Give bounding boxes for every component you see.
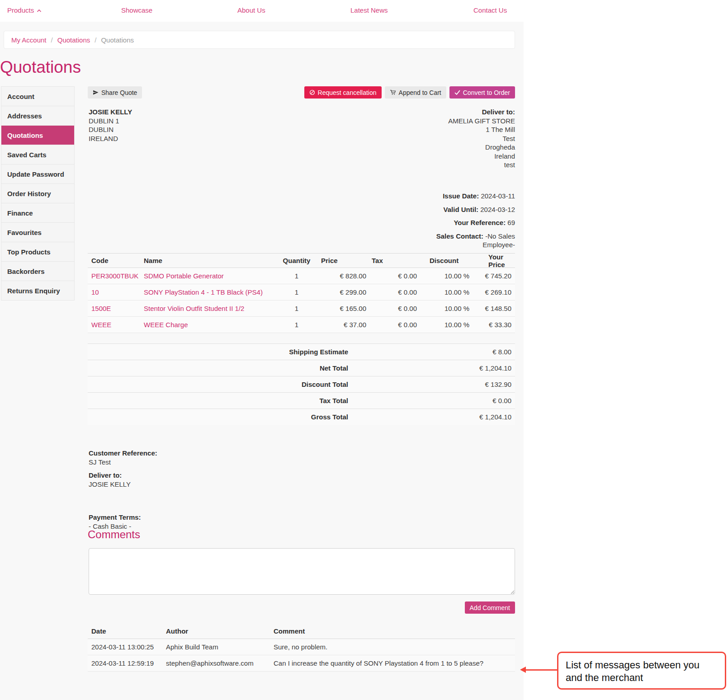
valid-until-label: Valid Until:	[444, 206, 479, 213]
add-comment-label: Add Comment	[470, 604, 510, 611]
comment-text: Can I increase the quantity of SONY Play…	[274, 659, 515, 667]
delivery-line: test	[448, 160, 515, 169]
nav-products[interactable]: Products	[7, 6, 42, 14]
item-code-link[interactable]: WEEE	[91, 321, 111, 329]
comment-row: 2024-03-11 13:00:25 Aphix Build Team Sur…	[88, 639, 515, 655]
breadcrumb-current: Quotations	[101, 36, 134, 44]
total-value: € 132.90	[348, 381, 515, 388]
comment-date: 2024-03-11 12:59:19	[88, 659, 166, 667]
item-discount: 10.00 %	[417, 272, 469, 280]
item-discount: 10.00 %	[417, 305, 469, 312]
sidebar-item-finance[interactable]: Finance	[1, 203, 74, 223]
sidebar-item-order-history[interactable]: Order History	[1, 184, 74, 203]
nav-about-us[interactable]: About Us	[237, 6, 265, 14]
billing-address: JOSIE KELLY DUBLIN 1 DUBLIN IRELAND	[89, 108, 132, 143]
item-row: PER3000TBUK SDMO Portable Generator 1 € …	[88, 268, 515, 284]
item-tax: € 0.00	[366, 272, 417, 280]
item-your-price: € 33.30	[469, 321, 515, 329]
cart-icon	[390, 89, 396, 95]
request-cancellation-button[interactable]: Request cancellation	[304, 86, 382, 99]
quotation-detail: Share Quote Request cancellation Append …	[88, 86, 515, 694]
sales-contact-label: Sales Contact:	[436, 232, 483, 240]
col-date: Date	[88, 627, 166, 635]
breadcrumb-separator: /	[51, 36, 53, 44]
col-code: Code	[88, 257, 144, 264]
deliver-to-summary: Deliver to: JOSIE KELLY	[89, 471, 131, 489]
total-row-net: Net Total € 1,204.10	[88, 360, 515, 376]
col-discount: Discount	[417, 257, 469, 264]
item-code-link[interactable]: 10	[91, 288, 99, 296]
sidebar-item-account[interactable]: Account	[1, 87, 74, 106]
item-quantity: 1	[278, 305, 316, 312]
share-quote-button[interactable]: Share Quote	[88, 86, 142, 99]
item-discount: 10.00 %	[417, 288, 469, 296]
breadcrumb-quotations[interactable]: Quotations	[57, 36, 90, 44]
payment-terms-label: Payment Terms:	[89, 513, 141, 522]
nav-latest-news[interactable]: Latest News	[350, 6, 388, 14]
sidebar-item-saved-carts[interactable]: Saved Carts	[1, 145, 74, 164]
add-comment-button[interactable]: Add Comment	[465, 601, 515, 614]
nav-contact-us[interactable]: Contact Us	[473, 6, 507, 14]
billing-line: DUBLIN 1	[89, 117, 132, 126]
col-price: Price	[316, 257, 366, 264]
valid-until-value: 2024-03-12	[480, 206, 515, 213]
issue-date-label: Issue Date:	[443, 192, 479, 200]
sidebar-item-favourites[interactable]: Favourites	[1, 223, 74, 242]
convert-to-order-button[interactable]: Convert to Order	[449, 86, 515, 99]
total-value: € 0.00	[348, 397, 515, 404]
your-reference-label: Your Reference:	[454, 219, 506, 226]
billing-line: DUBLIN	[89, 125, 132, 134]
item-price: € 299.00	[316, 288, 366, 296]
item-code-link[interactable]: PER3000TBUK	[91, 272, 138, 280]
comment-text: Sure, no problem.	[274, 643, 515, 651]
account-sidebar: Account Addresses Quotations Saved Carts…	[1, 86, 75, 301]
item-name-link[interactable]: SDMO Portable Generator	[144, 272, 224, 280]
append-to-cart-button[interactable]: Append to Cart	[385, 86, 446, 99]
annotation-callout: List of messages between you and the mer…	[557, 652, 726, 690]
quotation-page: Products Showcase About Us Latest News C…	[0, 0, 728, 700]
sidebar-item-addresses[interactable]: Addresses	[1, 106, 74, 126]
total-value: € 8.00	[348, 348, 515, 356]
item-name-link[interactable]: WEEE Charge	[144, 321, 188, 329]
item-price: € 828.00	[316, 272, 366, 280]
col-quantity: Quantity	[278, 257, 316, 264]
col-name: Name	[144, 257, 278, 264]
send-icon	[93, 89, 99, 95]
customer-reference: Customer Reference: SJ Test	[89, 449, 157, 467]
item-name-link[interactable]: SONY PlayStation 4 - 1 TB Black (PS4)	[144, 288, 263, 296]
col-your-price: Your Price	[469, 253, 515, 268]
request-cancellation-label: Request cancellation	[318, 89, 377, 96]
top-nav: Products Showcase About Us Latest News C…	[0, 0, 728, 22]
your-reference-value: 69	[507, 219, 515, 226]
quote-meta: Issue Date: 2024-03-11 Valid Until: 2024…	[434, 192, 515, 254]
valid-until: Valid Until: 2024-03-12	[434, 205, 515, 214]
convert-to-order-label: Convert to Order	[463, 89, 510, 96]
breadcrumb-my-account[interactable]: My Account	[11, 36, 47, 44]
your-reference: Your Reference: 69	[434, 218, 515, 227]
total-label: Gross Total	[88, 413, 348, 421]
col-author: Author	[166, 627, 274, 635]
item-tax: € 0.00	[366, 321, 417, 329]
item-row: 10 SONY PlayStation 4 - 1 TB Black (PS4)…	[88, 284, 515, 301]
delivery-line: Ireland	[448, 152, 515, 161]
sidebar-item-quotations[interactable]: Quotations	[1, 126, 74, 145]
comments-title: Comments	[88, 528, 140, 541]
sidebar-item-returns-enquiry[interactable]: Returns Enquiry	[1, 281, 74, 301]
item-row: 1500E Stentor Violin Outfit Student II 1…	[88, 301, 515, 317]
billing-line: IRELAND	[89, 134, 132, 143]
comment-author: Aphix Build Team	[166, 643, 274, 651]
nav-showcase[interactable]: Showcase	[121, 6, 152, 14]
item-discount: 10.00 %	[417, 321, 469, 329]
sidebar-item-backorders[interactable]: Backorders	[1, 262, 74, 281]
total-row-discount: Discount Total € 132.90	[88, 376, 515, 392]
annotation-arrow-icon	[520, 667, 526, 673]
item-your-price: € 269.10	[469, 288, 515, 296]
check-icon	[454, 90, 460, 95]
comment-row: 2024-03-11 12:59:19 stephen@aphixsoftwar…	[88, 655, 515, 672]
comment-input[interactable]	[89, 548, 515, 595]
item-name-link[interactable]: Stentor Violin Outfit Student II 1/2	[144, 305, 244, 312]
sidebar-item-update-password[interactable]: Update Password	[1, 164, 74, 184]
item-code-link[interactable]: 1500E	[91, 305, 111, 312]
sidebar-item-top-products[interactable]: Top Products	[1, 242, 74, 262]
deliver-to-summary-value: JOSIE KELLY	[89, 480, 131, 489]
